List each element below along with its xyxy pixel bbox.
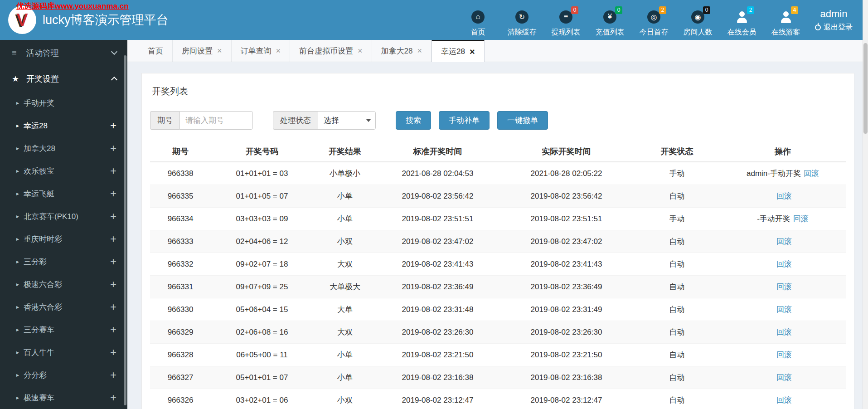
table-col-header-6: 操作 [720,141,846,162]
sidebar-item-beijing-racing-pk10[interactable]: ▸ 北京赛车(PK10) + [0,205,127,228]
sidebar-item-canada-28[interactable]: ▸ 加拿大28 + [0,137,127,160]
table-row-966338: 966338 01+01+01 = 03 小单极小 2021-08-28 02:… [150,162,846,185]
nav-item-online-members[interactable]: 2 在线会员 [720,10,764,37]
watermark-link[interactable]: 优选源码库www.youxuanma.cn [16,1,129,11]
sidebar-scrollbar[interactable] [124,55,126,405]
tab-close-icon[interactable]: × [358,47,363,55]
nav-label: 今日首存 [640,28,669,37]
nav-item-today-first-deposit[interactable]: ◎ 2 今日首存 [632,10,676,37]
triangle-icon: ▸ [16,145,19,151]
sidebar-item-speed-racing[interactable]: ▸ 极速赛车 + [0,386,127,409]
sidebar-item-happy-sicbo[interactable]: ▸ 欢乐骰宝 + [0,160,127,182]
nav-label: 充值列表 [596,28,625,37]
sidebar-section-activity-management[interactable]: ≡ 活动管理 [0,40,127,66]
sidebar-item-hk-mark-six[interactable]: ▸ 香港六合彩 + [0,296,127,318]
plus-icon[interactable]: + [110,234,116,244]
sidebar-item-bairen-niuniu[interactable]: ▸ 百人牛牛 + [0,341,127,364]
rollback-link[interactable]: 回滚 [804,169,819,178]
triangle-icon: ▸ [16,372,19,378]
cell-actual-time: 2019-08-02 23:56:42 [499,185,634,208]
rollback-link[interactable]: 回滚 [776,351,792,359]
nav-item-room-count[interactable]: ◉ 0 房间人数 [676,10,720,37]
rollback-link[interactable]: 回滚 [776,305,792,314]
nav-item-recharge-list[interactable]: ¥ 0 充值列表 [588,10,632,37]
table-row-966330: 966330 05+06+04 = 15 大单 2019-08-02 23:31… [150,298,846,321]
triangle-icon: ▸ [16,281,19,287]
rollback-link[interactable]: 回滚 [776,328,792,336]
sidebar-section-draw-settings[interactable]: ★ 开奖设置 [0,66,127,92]
tab-close-icon[interactable]: × [217,47,222,55]
cell-issue: 966338 [150,162,211,185]
issue-input[interactable] [179,111,253,130]
tab-order-query[interactable]: 订单查询 × [232,40,291,62]
sidebar-item-manual-draw[interactable]: ▸ 手动开奖 [0,92,127,114]
tab-close-icon[interactable]: × [470,47,475,56]
rollback-link[interactable]: 回滚 [776,260,792,268]
page-scrollbar-thumb[interactable] [863,43,868,134]
plus-icon[interactable]: + [110,120,116,131]
cell-draw-code: 02+04+06 = 12 [211,230,313,253]
nav-item-home[interactable]: ⌂ 首页 [456,10,500,37]
sidebar-item-three-min-racing[interactable]: ▸ 三分赛车 + [0,318,127,341]
tab-canada-28[interactable]: 加拿大28 × [372,40,432,62]
one-key-cancel-button[interactable]: 一键撤单 [497,111,548,130]
tab-front-virtual-coin-settings[interactable]: 前台虚拟币设置 × [290,40,372,62]
status-select[interactable]: 选择 [318,111,376,130]
tab-room-settings[interactable]: 房间设置 × [173,40,232,62]
rollback-link[interactable]: 回滚 [776,192,792,200]
rollback-link[interactable]: 回滚 [776,396,792,404]
recharge-list-icon: ¥ [603,10,616,24]
rollback-link[interactable]: 回滚 [776,282,792,291]
plus-icon[interactable]: + [110,279,116,290]
sidebar-item-lucky-28[interactable]: ▸ 幸运28 + [0,114,127,137]
sidebar-item-fenfen-lottery[interactable]: ▸ 分分彩 + [0,364,127,386]
cell-draw-status: 自动 [634,298,720,321]
tab-close-icon[interactable]: × [276,47,281,55]
table-body: 966338 01+01+01 = 03 小单极小 2021-08-28 02:… [150,162,846,409]
status-select-wrap: 选择 [318,111,376,130]
triangle-icon: ▸ [16,122,19,129]
tab-close-icon[interactable]: × [417,47,422,55]
table-row-966329: 966329 02+06+08 = 16 大双 2019-08-02 23:26… [150,321,846,344]
filter-row: 期号 处理状态 选择 搜索 手动补单 一键撤单 [150,111,846,130]
nav-item-withdraw-list[interactable]: ≡ 0 提现列表 [544,10,588,37]
nav-item-online-guests[interactable]: 4 在线游客 [764,10,808,37]
plus-icon[interactable]: + [110,188,116,199]
sidebar-item-three-min-lottery[interactable]: ▸ 三分彩 + [0,250,127,273]
plus-icon[interactable]: + [110,302,116,312]
cell-draw-result: 小单 [313,208,377,230]
plus-icon[interactable]: + [110,143,116,154]
cell-draw-result: 小单 [313,366,377,389]
plus-icon[interactable]: + [110,392,116,403]
cell-operation: 回滚 [720,185,846,208]
plus-icon[interactable]: + [110,324,116,335]
cell-issue: 966334 [150,208,211,230]
logout-button[interactable]: 退出登录 [815,23,853,32]
rollback-link[interactable]: 回滚 [776,373,792,382]
manual-fill-button[interactable]: 手动补单 [439,111,490,130]
tab-home[interactable]: 首页 [139,40,173,62]
table-row-966327: 966327 05+01+01 = 07 小单 2019-08-02 23:16… [150,366,846,389]
search-button[interactable]: 搜索 [396,111,431,130]
plus-icon[interactable]: + [110,166,116,176]
cell-actual-time: 2019-08-02 23:31:49 [499,298,634,321]
page-scrollbar[interactable] [863,0,868,409]
sidebar-item-lucky-airship[interactable]: ▸ 幸运飞艇 + [0,182,127,205]
nav-badge: 2 [747,6,754,14]
nav-item-clear-cache[interactable]: ↻ 清除缓存 [500,10,544,37]
main-area: 首页 房间设置 × 订单查询 × 前台虚拟币设置 × 加拿大28 × 幸运28 … [127,40,868,409]
sidebar-item-chongqing-ssc[interactable]: ▸ 重庆时时彩 + [0,228,127,250]
cell-draw-result: 小双 [313,230,377,253]
cell-standard-time: 2019-08-02 23:12:47 [377,389,499,409]
rollback-link[interactable]: 回滚 [776,237,792,246]
plus-icon[interactable]: + [110,211,116,222]
sidebar-item-speed-mark-six[interactable]: ▸ 极速六合彩 + [0,273,127,296]
plus-icon[interactable]: + [110,256,116,267]
status-label: 处理状态 [273,111,318,130]
rollback-link[interactable]: 回滚 [793,214,809,223]
nav-label: 房间人数 [684,28,713,37]
tab-lucky-28[interactable]: 幸运28 × [432,40,485,62]
sidebar-section-label: 开奖设置 [26,73,112,84]
plus-icon[interactable]: + [110,347,116,358]
plus-icon[interactable]: + [110,370,116,380]
